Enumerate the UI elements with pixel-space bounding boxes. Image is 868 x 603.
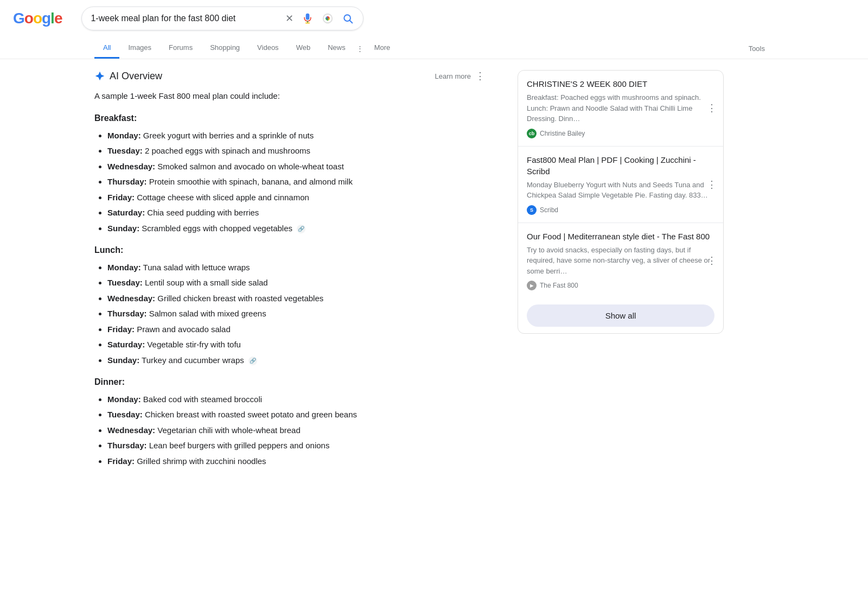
item-text: Turkey and cucumber wraps xyxy=(142,356,244,365)
day-label: Monday: xyxy=(107,395,141,404)
day-label: Tuesday: xyxy=(107,410,143,419)
item-text: Lentil soup with a small side salad xyxy=(145,278,268,287)
day-label: Saturday: xyxy=(107,208,145,217)
clear-icon: ✕ xyxy=(285,12,293,24)
nav-item-videos[interactable]: Videos xyxy=(248,38,288,59)
show-all-button[interactable]: Show all xyxy=(527,304,714,327)
list-item: Thursday: Protein smoothie with spinach,… xyxy=(107,176,485,188)
source-avatar-1: cb xyxy=(527,129,537,138)
breakfast-list: Monday: Greek yogurt with berries and a … xyxy=(94,130,485,235)
day-label: Monday: xyxy=(107,131,141,140)
breakfast-title: Breakfast: xyxy=(94,111,485,125)
item-text: 2 poached eggs with spinach and mushroom… xyxy=(145,146,310,155)
list-item: Saturday: Vegetable stir-fry with tofu xyxy=(107,339,485,351)
voice-search-button[interactable] xyxy=(301,12,314,25)
list-item: Friday: Cottage cheese with sliced apple… xyxy=(107,192,485,204)
ai-overview-header: AI Overview Learn more ⋮ xyxy=(94,70,485,82)
nav-tools[interactable]: Tools xyxy=(740,39,774,58)
item-text: Chia seed pudding with berries xyxy=(147,208,259,217)
source-link-icon[interactable]: 🔗 xyxy=(297,225,305,233)
right-column: CHRISTINE'S 2 WEEK 800 DIET Breakfast: P… xyxy=(518,70,724,471)
item-text: Salmon salad with mixed greens xyxy=(149,309,266,318)
item-text: Tuna salad with lettuce wraps xyxy=(143,263,250,272)
list-item: Thursday: Lean beef burgers with grilled… xyxy=(107,440,485,452)
source-avatar-3: ▶ xyxy=(527,281,537,290)
item-text: Prawn and avocado salad xyxy=(137,325,231,334)
item-text: Smoked salmon and avocado on whole-wheat… xyxy=(157,162,344,171)
day-label: Thursday: xyxy=(107,441,147,450)
search-input[interactable] xyxy=(91,14,279,23)
source-title-3[interactable]: Our Food | Mediterranean style diet - Th… xyxy=(527,231,714,242)
list-item: Friday: Grilled shrimp with zucchini noo… xyxy=(107,455,485,468)
list-item: Wednesday: Vegetarian chili with whole-w… xyxy=(107,424,485,437)
day-label: Friday: xyxy=(107,456,135,466)
search-submit-icon xyxy=(342,13,353,24)
list-item: Friday: Prawn and avocado salad xyxy=(107,323,485,336)
item-text: Scrambled eggs with chopped vegetables xyxy=(142,224,292,233)
list-item: Wednesday: Grilled chicken breast with r… xyxy=(107,293,485,305)
day-label: Sunday: xyxy=(107,224,139,233)
source-title-1[interactable]: CHRISTINE'S 2 WEEK 800 DIET xyxy=(527,78,714,90)
clear-button[interactable]: ✕ xyxy=(284,11,295,26)
nav-item-shopping[interactable]: Shopping xyxy=(201,38,248,59)
source-more-button-3[interactable]: ⋮ xyxy=(707,256,717,265)
day-label: Thursday: xyxy=(107,177,147,186)
search-bar[interactable]: ✕ xyxy=(81,7,363,30)
ai-overview-title: AI Overview xyxy=(94,71,162,82)
logo-letter-g: G xyxy=(13,10,24,27)
list-item: Sunday: Turkey and cucumber wraps 🔗 xyxy=(107,354,485,367)
source-footer-2: S Scribd xyxy=(527,205,714,215)
logo-letter-e: e xyxy=(54,10,62,27)
source-more-button-1[interactable]: ⋮ xyxy=(707,103,717,113)
item-text: Lean beef burgers with grilled peppers a… xyxy=(149,441,330,450)
item-text: Chicken breast with roasted sweet potato… xyxy=(145,410,357,419)
lunch-title: Lunch: xyxy=(94,243,485,257)
nav-item-more[interactable]: More xyxy=(366,38,399,59)
source-avatar-2: S xyxy=(527,205,537,215)
source-item-3: Our Food | Mediterranean style diet - Th… xyxy=(518,223,723,299)
nav-item-news[interactable]: News xyxy=(319,38,354,59)
logo-letter-o1: o xyxy=(24,10,33,27)
nav-item-all[interactable]: All xyxy=(94,38,119,59)
source-item-2: Fast800 Meal Plan | PDF | Cooking | Zucc… xyxy=(518,147,723,223)
search-nav: All Images Forums Shopping Videos Web Ne… xyxy=(0,34,868,59)
logo-letter-o2: o xyxy=(33,10,42,27)
source-link-icon[interactable]: 🔗 xyxy=(248,357,257,365)
ai-overview-content: A sample 1-week Fast 800 meal plan could… xyxy=(94,90,485,467)
search-button[interactable] xyxy=(341,12,354,25)
nav-item-images[interactable]: Images xyxy=(119,38,160,59)
list-item: Monday: Tuna salad with lettuce wraps xyxy=(107,262,485,274)
header: Google ✕ xyxy=(0,0,868,30)
day-label: Wednesday: xyxy=(107,426,155,435)
google-logo[interactable]: Google xyxy=(13,10,62,27)
source-more-button-2[interactable]: ⋮ xyxy=(707,180,717,189)
source-name-3: The Fast 800 xyxy=(540,282,578,289)
list-item: Saturday: Chia seed pudding with berries xyxy=(107,207,485,219)
source-snippet-1: Breakfast: Poached eggs with mushrooms a… xyxy=(527,92,714,124)
list-item: Tuesday: 2 poached eggs with spinach and… xyxy=(107,145,485,157)
list-item: Monday: Greek yogurt with berries and a … xyxy=(107,130,485,142)
day-label: Friday: xyxy=(107,325,135,334)
logo-letter-g2: g xyxy=(42,10,50,27)
google-lens-button[interactable] xyxy=(321,11,335,26)
day-label: Sunday: xyxy=(107,356,139,365)
item-text: Vegetable stir-fry with tofu xyxy=(147,340,241,349)
source-name-1: Christine Bailey xyxy=(540,130,585,137)
source-card: CHRISTINE'S 2 WEEK 800 DIET Breakfast: P… xyxy=(518,70,724,334)
list-item: Tuesday: Lentil soup with a small side s… xyxy=(107,277,485,289)
nav-item-forums[interactable]: Forums xyxy=(160,38,201,59)
main-content: AI Overview Learn more ⋮ A sample 1-week… xyxy=(0,59,868,481)
day-label: Wednesday: xyxy=(107,162,155,171)
source-title-2[interactable]: Fast800 Meal Plan | PDF | Cooking | Zucc… xyxy=(527,154,714,177)
search-icons: ✕ xyxy=(284,11,354,26)
ai-overview-more-icon[interactable]: ⋮ xyxy=(475,70,485,82)
nav-item-web[interactable]: Web xyxy=(288,38,320,59)
ai-header-right: Learn more ⋮ xyxy=(435,70,485,82)
ai-diamond-icon xyxy=(94,71,105,81)
list-item: Sunday: Scrambled eggs with chopped vege… xyxy=(107,223,485,235)
learn-more-link[interactable]: Learn more xyxy=(435,72,471,80)
day-label: Thursday: xyxy=(107,309,147,318)
source-footer-1: cb Christine Bailey xyxy=(527,129,714,138)
source-name-2: Scribd xyxy=(540,206,558,214)
day-label: Tuesday: xyxy=(107,278,143,287)
